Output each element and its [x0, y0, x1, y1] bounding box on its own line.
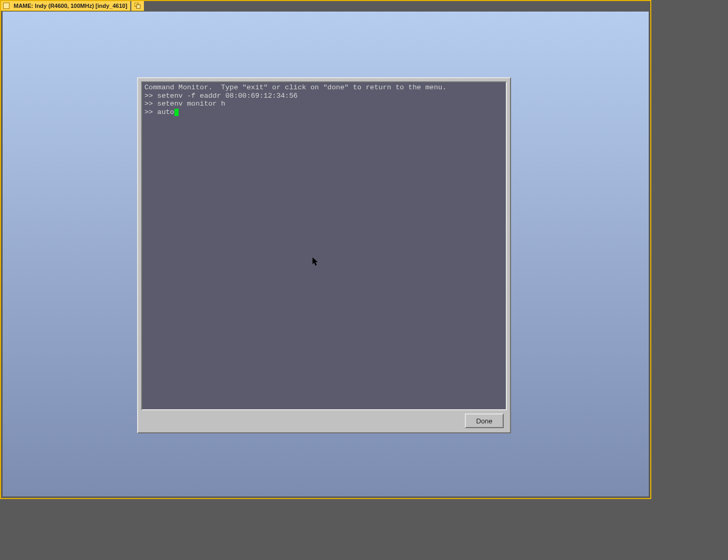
- mame-window: MAME: Indy (R4600, 100MHz) [indy_4610] C…: [0, 0, 651, 499]
- command-monitor-dialog: Command Monitor. Type "exit" or click on…: [137, 77, 511, 433]
- emulated-screen[interactable]: Command Monitor. Type "exit" or click on…: [3, 12, 649, 496]
- side-fill: [651, 0, 728, 560]
- window-title-tab[interactable]: MAME: Indy (R4600, 100MHz) [indy_4610]: [1, 1, 130, 11]
- window-control-icon[interactable]: [131, 1, 144, 11]
- console-output[interactable]: Command Monitor. Type "exit" or click on…: [141, 81, 507, 410]
- window-menu-icon[interactable]: [3, 3, 9, 9]
- text-cursor: [174, 109, 179, 116]
- svg-rect-1: [137, 5, 140, 8]
- dialog-footer: Done: [141, 410, 507, 429]
- window-title: MAME: Indy (R4600, 100MHz) [indy_4610]: [14, 3, 127, 9]
- bottom-fill: [0, 499, 728, 560]
- titlebar: MAME: Indy (R4600, 100MHz) [indy_4610]: [1, 1, 650, 11]
- done-button[interactable]: Done: [465, 413, 504, 428]
